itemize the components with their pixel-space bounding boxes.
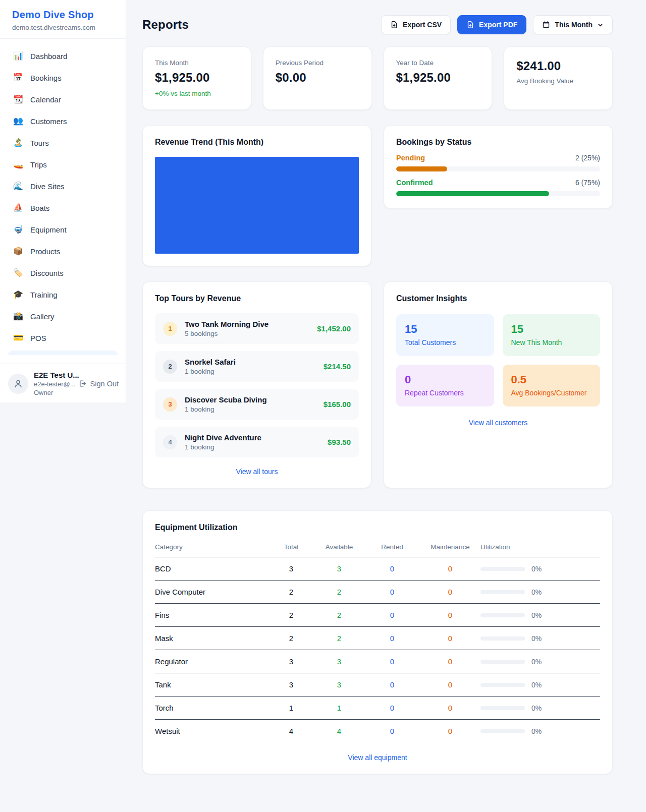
utilization-bar-track bbox=[480, 636, 525, 641]
user-role: Owner bbox=[34, 389, 73, 396]
sidebar-item-label: Dashboard bbox=[30, 52, 67, 61]
equipment-available: 3 bbox=[314, 680, 364, 689]
status-count: 2 (25%) bbox=[575, 154, 600, 162]
user-meta: E2E Test U... e2e-tester@... Owner bbox=[34, 371, 73, 396]
utilization-bar-track bbox=[480, 683, 525, 687]
sidebar-item-calendar[interactable]: 📆 Calendar bbox=[6, 90, 120, 108]
bookings-by-status-title: Bookings by Status bbox=[396, 138, 600, 147]
sidebar-item-training[interactable]: 🎓 Training bbox=[6, 285, 120, 304]
period-label: This Month bbox=[555, 21, 593, 29]
sidebar-item-label: Customers bbox=[30, 117, 67, 126]
customer-insights-title: Customer Insights bbox=[396, 294, 600, 303]
wave-icon: 🌊 bbox=[13, 182, 23, 190]
customers-icon: 👥 bbox=[13, 117, 23, 125]
user-section: E2E Test U... e2e-tester@... Owner Sign … bbox=[0, 364, 126, 402]
utilization-bar-track bbox=[480, 613, 525, 617]
stat-card-year-to-date: Year to Date $1,925.00 bbox=[384, 46, 493, 110]
sidebar-item-customers[interactable]: 👥 Customers bbox=[6, 112, 120, 130]
status-count: 6 (75%) bbox=[575, 179, 600, 187]
sidebar-item-label: Discounts bbox=[30, 269, 64, 277]
pending-bar-fill bbox=[396, 166, 447, 171]
equipment-maintenance: 0 bbox=[420, 727, 480, 735]
table-row: Dive Computer 2 2 0 0 0% bbox=[155, 581, 600, 604]
equipment-rented: 0 bbox=[364, 704, 420, 712]
equipment-category: Wetsuit bbox=[155, 727, 268, 735]
utilization-percent: 0% bbox=[531, 704, 542, 712]
sign-out-button[interactable]: Sign Out bbox=[78, 379, 119, 388]
sidebar-item-label: Calendar bbox=[30, 95, 61, 104]
sidebar-item-boats[interactable]: ⛵ Boats bbox=[6, 199, 120, 217]
utilization-bar-track bbox=[480, 706, 525, 710]
equipment-rented: 0 bbox=[364, 657, 420, 666]
sidebar-item-trips[interactable]: 🚤 Trips bbox=[6, 155, 120, 173]
period-dropdown[interactable]: This Month bbox=[533, 15, 613, 34]
island-icon: 🏝️ bbox=[13, 139, 23, 147]
confirmed-bar-track bbox=[396, 191, 600, 196]
revenue-trend-title: Revenue Trend (This Month) bbox=[155, 138, 359, 147]
charts-row: Revenue Trend (This Month) Bookings by S… bbox=[142, 125, 613, 266]
utilization-bar-track bbox=[480, 729, 525, 733]
camera-icon: 📸 bbox=[13, 312, 23, 320]
equipment-utilization-cell: 0% bbox=[480, 704, 600, 712]
equipment-category: Dive Computer bbox=[155, 588, 268, 596]
dive-mask-icon: 🤿 bbox=[13, 225, 23, 234]
tile-total-customers: 15 Total Customers bbox=[396, 314, 494, 356]
status-row-pending: Pending 2 (25%) bbox=[396, 154, 600, 162]
equipment-total: 2 bbox=[268, 588, 314, 596]
sidebar-item-reports-partial[interactable] bbox=[8, 351, 118, 355]
header-actions: Export CSV Export PDF This Month bbox=[381, 15, 613, 34]
tour-row: 4 Night Dive Adventure 1 booking $93.50 bbox=[155, 427, 359, 457]
tour-name: Discover Scuba Diving bbox=[185, 395, 316, 404]
equipment-rented: 0 bbox=[364, 564, 420, 573]
equipment-available: 1 bbox=[314, 704, 364, 712]
export-csv-button[interactable]: Export CSV bbox=[381, 15, 451, 34]
shop-domain: demo.test.divestreams.com bbox=[12, 24, 114, 31]
user-email: e2e-tester@... bbox=[34, 380, 73, 388]
view-all-customers-link[interactable]: View all customers bbox=[396, 419, 600, 427]
rank-badge: 1 bbox=[163, 322, 177, 336]
sidebar-item-label: Products bbox=[30, 247, 60, 256]
export-pdf-button[interactable]: Export PDF bbox=[457, 15, 526, 34]
shop-name: Demo Dive Shop bbox=[12, 9, 114, 21]
sidebar-item-label: Bookings bbox=[30, 74, 62, 82]
sidebar-item-equipment[interactable]: 🤿 Equipment bbox=[6, 220, 120, 239]
sidebar-item-dashboard[interactable]: 📊 Dashboard bbox=[6, 47, 120, 65]
col-maintenance: Maintenance bbox=[420, 543, 480, 551]
equipment-rented: 0 bbox=[364, 611, 420, 619]
page-title: Reports bbox=[142, 18, 189, 32]
utilization-bar-track bbox=[480, 567, 525, 571]
equipment-available: 3 bbox=[314, 564, 364, 573]
package-icon: 📦 bbox=[13, 247, 23, 255]
sidebar-item-dive-sites[interactable]: 🌊 Dive Sites bbox=[6, 177, 120, 195]
sign-out-icon bbox=[78, 379, 87, 388]
sidebar-item-tours[interactable]: 🏝️ Tours bbox=[6, 134, 120, 152]
equipment-rented: 0 bbox=[364, 727, 420, 735]
shop-header: Demo Dive Shop demo.test.divestreams.com bbox=[0, 0, 126, 39]
equipment-maintenance: 0 bbox=[420, 634, 480, 643]
sidebar-item-pos[interactable]: 💳 POS bbox=[6, 329, 120, 347]
stat-label: Avg Booking Value bbox=[516, 77, 600, 85]
tour-bookings: 1 booking bbox=[185, 405, 316, 413]
equipment-category: Regulator bbox=[155, 657, 268, 666]
sidebar-item-discounts[interactable]: 🏷️ Discounts bbox=[6, 264, 120, 282]
view-all-tours-link[interactable]: View all tours bbox=[155, 468, 359, 476]
sidebar-item-gallery[interactable]: 📸 Gallery bbox=[6, 307, 120, 325]
sidebar-item-label: POS bbox=[30, 334, 46, 342]
dashboard-icon: 📊 bbox=[13, 52, 23, 60]
equipment-available: 4 bbox=[314, 727, 364, 735]
sidebar-item-products[interactable]: 📦 Products bbox=[6, 242, 120, 260]
tile-value: 0.5 bbox=[511, 373, 592, 386]
tour-bookings: 1 booking bbox=[185, 368, 316, 375]
stat-label: Year to Date bbox=[396, 59, 480, 67]
bookings-calendar-icon: 📅 bbox=[13, 74, 23, 82]
stat-card-previous-period: Previous Period $0.00 bbox=[263, 46, 372, 110]
equipment-total: 3 bbox=[268, 657, 314, 666]
table-row: Fins 2 2 0 0 0% bbox=[155, 604, 600, 627]
sidebar-item-bookings[interactable]: 📅 Bookings bbox=[6, 69, 120, 87]
equipment-available: 2 bbox=[314, 588, 364, 596]
tag-icon: 🏷️ bbox=[13, 269, 23, 277]
tour-info: Two Tank Morning Dive 5 bookings bbox=[185, 320, 309, 337]
equipment-utilization-cell: 0% bbox=[480, 727, 600, 735]
insight-grid: 15 Total Customers 15 New This Month 0 R… bbox=[396, 314, 600, 407]
view-all-equipment-link[interactable]: View all equipment bbox=[155, 753, 600, 762]
